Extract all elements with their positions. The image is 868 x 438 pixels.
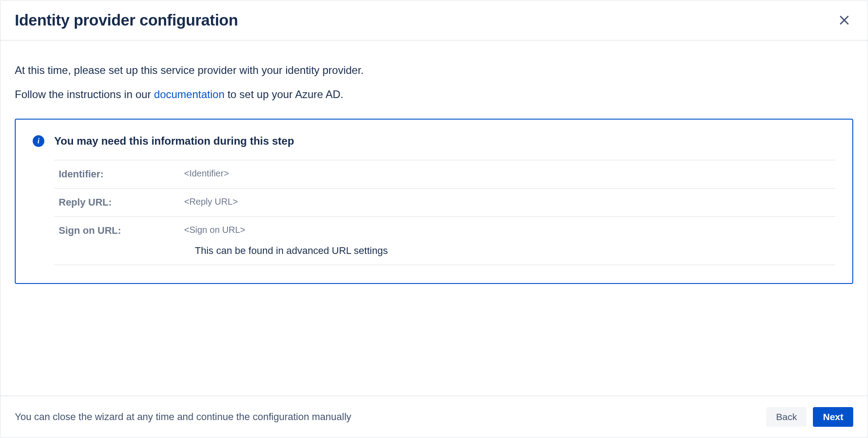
info-row-reply-url: Reply URL: <Reply URL> bbox=[54, 189, 835, 217]
close-icon bbox=[838, 14, 851, 26]
intro-text: At this time, please set up this service… bbox=[15, 62, 853, 103]
footer-actions: Back Next bbox=[766, 407, 853, 427]
info-value: <Sign on URL> This can be found in advan… bbox=[184, 225, 831, 257]
dialog-title: Identity provider configuration bbox=[15, 11, 238, 29]
dialog-header: Identity provider configuration bbox=[0, 0, 868, 41]
next-button[interactable]: Next bbox=[813, 407, 853, 427]
idp-configuration-dialog: Identity provider configuration At this … bbox=[0, 0, 868, 438]
info-panel-title: You may need this information during thi… bbox=[54, 135, 294, 147]
documentation-link[interactable]: documentation bbox=[154, 88, 224, 100]
footer-text: You can close the wizard at any time and… bbox=[15, 411, 351, 423]
info-icon: i bbox=[33, 135, 44, 147]
dialog-content: At this time, please set up this service… bbox=[0, 41, 868, 395]
intro-line-2: Follow the instructions in our documenta… bbox=[15, 86, 853, 103]
info-value: <Reply URL> bbox=[184, 197, 831, 207]
info-row-sign-on-url: Sign on URL: <Sign on URL> This can be f… bbox=[54, 217, 835, 265]
info-label: Reply URL: bbox=[59, 197, 184, 208]
back-button[interactable]: Back bbox=[766, 407, 807, 427]
info-row-identifier: Identifier: <Identifier> bbox=[54, 160, 835, 189]
info-panel: i You may need this information during t… bbox=[15, 119, 853, 284]
info-table: Identifier: <Identifier> Reply URL: <Rep… bbox=[54, 160, 835, 265]
dialog-footer: You can close the wizard at any time and… bbox=[0, 395, 868, 438]
info-label: Sign on URL: bbox=[59, 225, 184, 236]
close-button[interactable] bbox=[835, 11, 853, 29]
info-panel-header: i You may need this information during t… bbox=[33, 135, 835, 147]
intro-line-1: At this time, please set up this service… bbox=[15, 62, 853, 78]
info-value: <Identifier> bbox=[184, 168, 831, 179]
info-label: Identifier: bbox=[59, 168, 184, 180]
info-note: This can be found in advanced URL settin… bbox=[195, 245, 831, 257]
